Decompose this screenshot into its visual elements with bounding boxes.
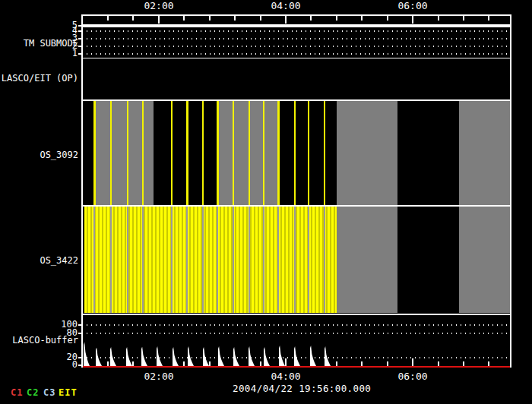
time-major-tick-bottom [412, 358, 413, 366]
event-line-os3422 [127, 207, 128, 313]
frame-left-axis [81, 14, 83, 368]
time-label-top: 04:00 [269, 1, 302, 11]
legend-item-c2: C2 [27, 387, 39, 398]
time-label-bottom: 06:00 [396, 371, 429, 382]
event-line-os3092 [110, 101, 112, 205]
panel-label-buffer: LASCO-buffer [0, 335, 78, 346]
legend-item-c3: C3 [43, 387, 55, 398]
event-line-os3422 [202, 207, 204, 313]
time-minor-tick-bottom [107, 361, 109, 366]
timeline-segment-os3092-gray [96, 101, 154, 205]
buffer-usage-spike [325, 346, 331, 366]
event-line-os3422 [217, 207, 218, 313]
time-label-bottom: 04:00 [269, 371, 302, 382]
time-major-tick-bottom [285, 358, 287, 366]
time-label-top: 06:00 [396, 1, 429, 11]
buffer-usage-spike [279, 346, 285, 366]
event-line-os3092 [324, 101, 325, 205]
event-line-os3092 [249, 101, 250, 205]
time-minor-tick-top [438, 16, 439, 21]
buffer-grid-dotted-line [82, 324, 511, 326]
time-minor-tick-bottom [234, 361, 236, 366]
tm-grid-dotted-line [82, 46, 511, 47]
event-line-os3092 [142, 101, 144, 205]
timeline-segment-os3422-gray [459, 207, 511, 313]
event-line-os3422 [308, 207, 309, 313]
time-minor-tick-top [463, 16, 464, 21]
time-minor-tick-top [107, 16, 109, 21]
buffer-usage-spike [249, 346, 255, 366]
event-line-os3092 [202, 101, 204, 205]
event-line-os3092 [93, 101, 96, 205]
tm-grid-dotted-line [82, 53, 511, 55]
buffer-ytick-label: 0 [56, 359, 78, 370]
panel-label-os3422: OS_3422 [0, 255, 78, 266]
buffer-usage-spike [218, 346, 224, 366]
legend-item-c1: C1 [11, 387, 23, 398]
time-minor-tick-bottom [387, 361, 388, 366]
event-line-os3422 [171, 207, 173, 313]
event-line-os3092 [308, 101, 309, 205]
time-minor-tick-top [183, 16, 185, 21]
tm-ytick-label: 1 [68, 48, 78, 58]
frame-horizontal-line [81, 14, 511, 16]
panel-label-op: LASCO/EIT (OP) [0, 73, 78, 84]
time-minor-tick-bottom [132, 361, 134, 366]
time-minor-tick-top [310, 16, 312, 21]
lasco-telemetry-schedule-display: 54321TM SUBMODELASCO/EIT (OP)OS_3092OS_3… [0, 0, 532, 404]
timeline-segment-os3092-gray [217, 101, 277, 205]
timeline-segment-os3422-striped [84, 207, 337, 313]
event-line-os3092 [277, 101, 280, 205]
event-line-os3092 [294, 101, 296, 205]
time-minor-tick-top [336, 16, 337, 21]
buffer-usage-spike [84, 342, 90, 366]
event-line-os3422 [142, 207, 144, 313]
frame-horizontal-line [81, 205, 511, 207]
time-major-tick-top [285, 16, 287, 24]
time-minor-tick-top [132, 16, 134, 21]
time-minor-tick-bottom [183, 361, 185, 366]
event-line-os3422 [263, 207, 264, 313]
time-label-top: 02:00 [142, 1, 176, 11]
time-minor-tick-bottom [310, 361, 312, 366]
timeline-segment-os3422-gray [337, 207, 397, 313]
event-line-os3092 [233, 101, 234, 205]
timeline-segment-os3092-black [277, 101, 337, 205]
event-line-os3422 [324, 207, 325, 313]
time-minor-tick-top [488, 16, 489, 21]
frame-horizontal-line [81, 58, 511, 58]
frame-right-axis [510, 14, 511, 368]
tm-grid-dotted-line [82, 30, 511, 32]
time-major-tick-top [158, 16, 160, 24]
timeline-segment-os3422-black [397, 207, 459, 313]
time-minor-tick-bottom [209, 361, 211, 366]
time-minor-tick-bottom [260, 361, 261, 366]
time-major-tick-top [412, 16, 413, 24]
event-line-os3422 [233, 207, 234, 313]
event-line-os3422 [294, 207, 296, 313]
event-line-os3092 [263, 101, 264, 205]
tm-submode-level-line [82, 24, 511, 27]
time-minor-tick-top [260, 16, 261, 21]
timeline-segment-os3092-gray [337, 101, 397, 205]
time-minor-tick-bottom [438, 361, 439, 366]
time-minor-tick-top [234, 16, 236, 21]
buffer-usage-spike [294, 346, 300, 366]
time-minor-tick-top [209, 16, 211, 21]
buffer-zero-line [82, 366, 511, 368]
event-line-os3422 [186, 207, 188, 313]
legend-item-eit: EIT [59, 387, 78, 398]
buffer-grid-dotted-line [82, 333, 511, 334]
time-label-bottom: 02:00 [142, 371, 176, 382]
timeline-segment-os3092-black [154, 101, 217, 205]
event-line-os3092 [171, 101, 173, 205]
panel-label-tm: TM SUBMODE [0, 38, 78, 49]
event-line-os3422 [110, 207, 112, 313]
timeline-segment-os3092-gray [459, 101, 511, 205]
event-line-os3092 [186, 101, 188, 205]
cursor-timestamp: 2004/04/22 19:56:00.000 [233, 383, 371, 394]
event-line-os3422 [277, 207, 279, 313]
plot-area[interactable]: 54321TM SUBMODELASCO/EIT (OP)OS_3092OS_3… [0, 0, 532, 404]
timeline-segment-os3092-black [397, 101, 459, 205]
frame-horizontal-line [81, 99, 511, 101]
